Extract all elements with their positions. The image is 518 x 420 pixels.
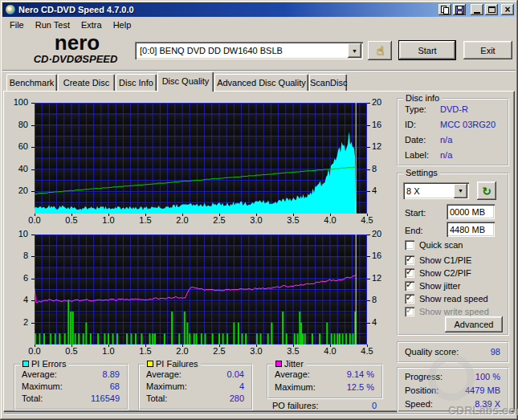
tick-mark: [219, 345, 220, 347]
tick-mark: [31, 147, 35, 148]
tick-mark: [219, 214, 220, 216]
refresh-icon: ↻: [482, 185, 491, 198]
menu-run-test[interactable]: Run Test: [30, 18, 75, 31]
tick-mark: [108, 345, 109, 347]
jitter-maximum-label: Maximum:: [275, 382, 316, 392]
x-axis-tick-label: 0.5: [59, 215, 84, 225]
refresh-button[interactable]: ↻: [477, 181, 496, 200]
tab-disc-info[interactable]: Disc Info: [116, 74, 157, 91]
start-position-field[interactable]: 0000 MB: [447, 204, 495, 219]
y-axis-left-tick-label: 6: [2, 273, 28, 283]
tab-disc-quality[interactable]: Disc Quality: [157, 71, 214, 92]
start-button[interactable]: Start: [398, 40, 456, 60]
pi-failures-legend-chip: [147, 361, 153, 367]
checkbox-show-jitter[interactable]: Show jitter: [405, 280, 460, 292]
minimize-button[interactable]: [471, 4, 483, 15]
x-axis-tick-label: 4.0: [318, 215, 342, 225]
y-axis-right-tick-label: 16: [372, 251, 381, 260]
y-axis-right-tick-label: 8: [372, 295, 377, 304]
checkbox-show-c2-pif[interactable]: Show C2/PIF: [405, 267, 471, 279]
pi-failures-jitter-scan-svg: [35, 234, 367, 345]
tick-mark: [31, 191, 35, 192]
pi-errors-average-value: 8.89: [103, 369, 120, 379]
minimize-icon: [474, 12, 480, 14]
checkbox-icon[interactable]: [405, 255, 414, 265]
tab-benchmark[interactable]: Benchmark: [6, 74, 57, 91]
tick-mark: [145, 345, 146, 347]
jitter-stats: Jitter Average: 9.14 % Maximum: 12.5 %: [267, 364, 383, 399]
chevron-down-icon[interactable]: ▼: [454, 184, 467, 198]
x-axis-tick-label: 1.0: [96, 215, 120, 225]
tick-mark: [330, 345, 331, 347]
x-axis-tick-label: 2.0: [170, 346, 194, 356]
y-axis-left-tick-label: 80: [2, 120, 28, 129]
bottom-divider: [4, 413, 514, 414]
disc-date-label: Date:: [405, 135, 426, 145]
tab-create-disc[interactable]: Create Disc: [58, 74, 115, 91]
hand-disc-icon: ☝: [376, 43, 383, 58]
menu-help[interactable]: Help: [108, 18, 137, 31]
disc-label-label: Label:: [405, 150, 429, 160]
tick-mark: [367, 300, 370, 301]
save-icon: [455, 6, 464, 14]
eject-tray-button[interactable]: ☝: [368, 41, 392, 60]
advanced-button[interactable]: Advanced: [445, 316, 503, 332]
tick-mark: [31, 169, 35, 170]
disc-id-value: MCC 03RG20: [440, 120, 496, 129]
x-axis-tick-label: 0.0: [22, 346, 47, 356]
tick-mark: [145, 214, 146, 216]
tick-mark: [31, 103, 35, 104]
app-icon[interactable]: [5, 4, 16, 15]
pi-failures-maximum-value: 4: [239, 381, 244, 391]
tick-mark: [293, 345, 294, 347]
tab-scandisc[interactable]: ScanDisc: [309, 74, 347, 91]
disc-info-title: Disc info: [403, 93, 442, 103]
checkbox-icon[interactable]: [405, 268, 414, 278]
x-axis-tick-label: 3.5: [281, 346, 305, 356]
x-axis-tick-label: 4.5: [355, 215, 379, 225]
y-axis-right-tick-label: 12: [372, 141, 381, 151]
checkbox-quick-scan[interactable]: Quick scan: [405, 239, 463, 251]
end-position-field[interactable]: 4480 MB: [447, 222, 495, 237]
save-button[interactable]: [453, 4, 466, 15]
quality-score-value: 98: [491, 347, 500, 357]
tick-mark: [256, 345, 257, 347]
pi-errors-legend-chip: [22, 361, 29, 367]
y-axis-left-tick-label: 4: [2, 295, 28, 304]
speed-value: 8 X: [406, 186, 454, 196]
pi-failures-total-label: Total:: [146, 393, 167, 403]
chevron-down-icon[interactable]: ▼: [348, 43, 361, 58]
checkbox-icon: [405, 307, 414, 316]
start-position-label: Start:: [405, 208, 426, 218]
drive-selector[interactable]: [0:0] BENQ DVD DD DW1640 BSLB ▼: [135, 42, 363, 59]
exit-button[interactable]: Exit: [463, 41, 512, 59]
x-axis-tick-label: 2.5: [207, 215, 231, 225]
pi-errors-average-label: Average:: [22, 369, 57, 379]
menu-file[interactable]: File: [4, 18, 30, 31]
speed-selector[interactable]: 8 X ▼: [403, 182, 469, 199]
disc-info-group: Disc info Type: DVD-R ID: MCC 03RG20 Dat…: [397, 98, 509, 166]
checkbox-icon[interactable]: [405, 240, 414, 250]
watermark-text: CDRLabs.com: [448, 404, 518, 417]
x-axis-tick-label: 0.0: [22, 215, 47, 225]
menu-extra[interactable]: Extra: [75, 18, 108, 31]
tick-mark: [367, 279, 370, 279]
tick-mark: [367, 256, 370, 257]
checkbox-icon[interactable]: [405, 281, 414, 291]
copy-to-clipboard-button[interactable]: [438, 4, 451, 15]
tick-mark: [31, 256, 35, 257]
y-axis-right-tick-label: 8: [372, 164, 377, 173]
checkbox-show-c1-pie[interactable]: Show C1/PIE: [405, 255, 471, 266]
pi-errors-total-value: 116549: [91, 393, 120, 403]
close-button[interactable]: ×: [501, 4, 514, 15]
pi-errors-stats: PI Errors Average: 8.89 Maximum: 68 Tota…: [14, 364, 128, 410]
checkbox-icon[interactable]: [405, 294, 414, 304]
tick-mark: [367, 234, 370, 235]
checkbox-show-read-speed[interactable]: Show read speed: [405, 293, 488, 304]
tab-advanced-disc-quality[interactable]: Advanced Disc Quality: [214, 74, 308, 91]
title-bar: Nero CD-DVD Speed 4.7.0.0 ×: [2, 2, 516, 17]
tick-mark: [367, 345, 368, 347]
y-axis-left-tick-label: 20: [2, 186, 28, 195]
tick-mark: [31, 125, 35, 126]
maximize-button[interactable]: [485, 4, 498, 15]
